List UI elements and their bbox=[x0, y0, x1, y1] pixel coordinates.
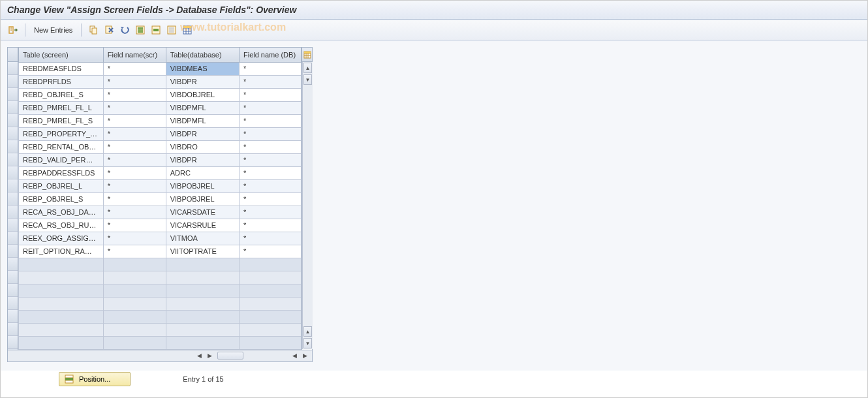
table-row[interactable]: REBPADDRESSFLDS*ADRC* bbox=[19, 166, 302, 179]
table-cell[interactable]: VIBDPR bbox=[166, 127, 239, 140]
table-row[interactable]: REBD_OBJREL_S*VIBDOBJREL* bbox=[19, 88, 302, 101]
table-cell[interactable]: * bbox=[239, 101, 301, 114]
table-config-button[interactable] bbox=[302, 48, 312, 62]
table-cell[interactable]: REBPADDRESSFLDS bbox=[19, 166, 104, 179]
table-cell[interactable]: VIBPOBJREL bbox=[166, 179, 239, 192]
table-cell[interactable]: * bbox=[239, 140, 301, 153]
row-selector[interactable] bbox=[8, 179, 18, 192]
table-cell[interactable]: * bbox=[103, 219, 166, 232]
row-selector[interactable] bbox=[8, 245, 18, 258]
table-cell[interactable]: ADRC bbox=[166, 166, 239, 179]
select-all-icon[interactable] bbox=[134, 24, 146, 36]
table-cell[interactable]: REBP_OBJREL_L bbox=[19, 179, 104, 192]
table-cell[interactable]: * bbox=[239, 166, 301, 179]
table-cell[interactable]: * bbox=[239, 127, 301, 140]
table-row[interactable]: REBP_OBJREL_S*VIBPOBJREL* bbox=[19, 192, 302, 206]
table-row[interactable]: REBP_OBJREL_L*VIBPOBJREL* bbox=[19, 179, 302, 192]
table-cell[interactable]: VITMOA bbox=[166, 232, 239, 245]
table-cell[interactable]: * bbox=[239, 232, 301, 245]
table-cell[interactable]: * bbox=[239, 88, 301, 101]
table-cell[interactable]: VIBDOBJREL bbox=[166, 88, 239, 101]
table-cell[interactable]: VICARSDATE bbox=[166, 206, 239, 219]
table-cell[interactable]: * bbox=[103, 75, 166, 88]
table-cell[interactable]: * bbox=[103, 62, 166, 75]
table-cell[interactable]: * bbox=[239, 192, 301, 206]
row-selector[interactable] bbox=[8, 114, 18, 127]
table-cell[interactable]: REBD_PMREL_FL_L bbox=[19, 101, 104, 114]
column-header-table-screen[interactable]: Table (screen) bbox=[19, 48, 104, 62]
table-cell[interactable]: VIBDPR bbox=[166, 75, 239, 88]
table-cell[interactable]: * bbox=[103, 101, 166, 114]
select-block-icon[interactable] bbox=[150, 24, 162, 36]
table-cell[interactable]: * bbox=[239, 245, 301, 258]
deselect-all-icon[interactable] bbox=[166, 24, 178, 36]
table-cell[interactable]: * bbox=[239, 75, 301, 88]
vertical-scrollbar[interactable]: ▲ ▼ ▲ ▼ bbox=[302, 62, 313, 349]
undo-icon[interactable] bbox=[119, 24, 131, 36]
table-cell[interactable]: VIBDMEAS bbox=[166, 62, 239, 75]
table-cell[interactable]: REBD_PMREL_FL_S bbox=[19, 114, 104, 127]
table-row[interactable]: REEX_ORG_ASSIG…*VITMOA* bbox=[19, 232, 302, 245]
table-cell[interactable]: REBDMEASFLDS bbox=[19, 62, 104, 75]
scroll-track[interactable] bbox=[303, 85, 312, 326]
row-selector[interactable] bbox=[8, 166, 18, 179]
table-row[interactable]: REBD_PMREL_FL_S*VIBDPMFL* bbox=[19, 114, 302, 127]
column-header-field-scr[interactable]: Field name(scr) bbox=[103, 48, 166, 62]
table-cell[interactable]: REIT_OPTION_RA… bbox=[19, 245, 104, 258]
table-row[interactable]: REBDMEASFLDS*VIBDMEAS* bbox=[19, 62, 302, 75]
scroll-down-arrow[interactable]: ▼ bbox=[303, 74, 312, 85]
row-selector-header[interactable] bbox=[8, 48, 18, 62]
table-row[interactable]: REBD_PROPERTY_…*VIBDPR* bbox=[19, 127, 302, 140]
table-cell[interactable]: * bbox=[103, 140, 166, 153]
table-cell[interactable]: * bbox=[239, 179, 301, 192]
table-cell[interactable]: VIBDPR bbox=[166, 153, 239, 166]
table-row[interactable]: REBDPRFLDS*VIBDPR* bbox=[19, 75, 302, 88]
table-cell[interactable]: * bbox=[239, 153, 301, 166]
row-selector[interactable] bbox=[8, 88, 18, 101]
table-cell[interactable]: REBP_OBJREL_S bbox=[19, 192, 104, 206]
table-cell[interactable]: * bbox=[103, 206, 166, 219]
table-cell[interactable]: * bbox=[103, 179, 166, 192]
column-header-field-db[interactable]: Field name (DB) bbox=[239, 48, 301, 62]
row-selector[interactable] bbox=[8, 62, 18, 75]
table-cell[interactable]: * bbox=[103, 114, 166, 127]
table-cell[interactable]: REBD_PROPERTY_… bbox=[19, 127, 104, 140]
hscroll-thumb[interactable] bbox=[217, 352, 243, 360]
table-row[interactable]: RECA_RS_OBJ_RU…*VICARSRULE* bbox=[19, 219, 302, 232]
new-entries-button[interactable]: New Entries bbox=[31, 25, 75, 35]
table-cell[interactable]: * bbox=[103, 153, 166, 166]
row-selector[interactable] bbox=[8, 101, 18, 114]
table-cell[interactable]: RECA_RS_OBJ_DA… bbox=[19, 206, 104, 219]
table-settings-icon[interactable] bbox=[181, 24, 193, 36]
row-selector[interactable] bbox=[8, 192, 18, 206]
row-selector[interactable] bbox=[8, 206, 18, 219]
scroll-up-arrow-bottom[interactable]: ▲ bbox=[303, 326, 312, 337]
copy-icon[interactable] bbox=[87, 24, 99, 36]
row-selector[interactable] bbox=[8, 219, 18, 232]
row-selector[interactable] bbox=[8, 140, 18, 153]
table-cell[interactable]: VIITOPTRATE bbox=[166, 245, 239, 258]
table-cell[interactable]: * bbox=[103, 88, 166, 101]
table-cell[interactable]: REBD_RENTAL_OB… bbox=[19, 140, 104, 153]
delete-icon[interactable] bbox=[103, 24, 115, 36]
table-cell[interactable]: * bbox=[103, 127, 166, 140]
hscroll-left-arrow[interactable]: ◀ bbox=[194, 351, 204, 360]
row-selector[interactable] bbox=[8, 127, 18, 140]
hscroll-left-arrow-2[interactable]: ◀ bbox=[290, 351, 299, 360]
table-row[interactable]: REBD_VALID_PER…*VIBDPR* bbox=[19, 153, 302, 166]
table-row[interactable]: REBD_RENTAL_OB…*VIBDRO* bbox=[19, 140, 302, 153]
row-selector[interactable] bbox=[8, 75, 18, 88]
table-cell[interactable]: VIBDRO bbox=[166, 140, 239, 153]
table-cell[interactable]: * bbox=[103, 166, 166, 179]
table-cell[interactable]: * bbox=[239, 62, 301, 75]
table-cell[interactable]: VIBPOBJREL bbox=[166, 192, 239, 206]
table-cell[interactable]: REBD_OBJREL_S bbox=[19, 88, 104, 101]
table-row[interactable]: RECA_RS_OBJ_DA…*VICARSDATE* bbox=[19, 206, 302, 219]
table-cell[interactable]: REEX_ORG_ASSIG… bbox=[19, 232, 104, 245]
table-cell[interactable]: * bbox=[103, 232, 166, 245]
scroll-up-arrow[interactable]: ▲ bbox=[303, 63, 312, 73]
table-cell[interactable]: * bbox=[239, 206, 301, 219]
table-cell[interactable]: * bbox=[103, 192, 166, 206]
hscroll-right-arrow[interactable]: ▶ bbox=[205, 351, 214, 360]
row-selector[interactable] bbox=[8, 232, 18, 245]
